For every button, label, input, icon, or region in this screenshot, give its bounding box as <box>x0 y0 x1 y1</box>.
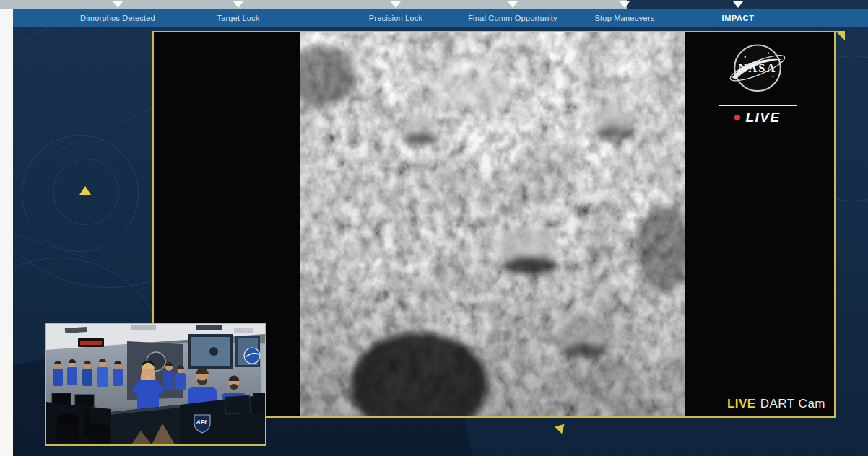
marker-triangle-icon <box>620 1 630 8</box>
live-dot-icon <box>734 115 740 120</box>
mission-milestone-bar: Dimorphos Detected Target Lock Precision… <box>0 9 868 27</box>
svg-text:APL: APL <box>196 418 209 426</box>
live-label: LIVE <box>745 110 780 126</box>
nasa-logo-icon: NASA <box>726 38 789 100</box>
nasa-live-badge: NASA LIVE <box>717 38 798 126</box>
milestone-impact: IMPACT <box>722 14 755 22</box>
svg-text:NASA: NASA <box>738 61 776 75</box>
mission-control-pip: APL <box>45 323 266 446</box>
milestone-precision-lock: Precision Lock <box>369 14 422 22</box>
stage-background: NASA LIVE LIVEDART Cam <box>0 27 868 456</box>
marker-triangle-icon <box>733 1 743 8</box>
milestone-stop-maneuvers: Stop Maneuvers <box>595 14 655 22</box>
marker-triangle-icon <box>391 1 401 8</box>
milestone-dimorphos-detected: Dimorphos Detected <box>80 14 155 22</box>
caption-camera-name: DART Cam <box>760 397 825 411</box>
lighting-overlay <box>300 32 685 416</box>
mission-progress-track <box>0 0 868 9</box>
left-pillarbox-strip <box>0 9 13 456</box>
mission-progress-fill <box>0 0 627 9</box>
yellow-triangle-icon <box>553 422 564 434</box>
badge-divider-line <box>719 105 797 106</box>
milestone-final-comm-opportunity: Final Comm Opportunity <box>468 14 557 22</box>
live-indicator: LIVE <box>717 110 798 126</box>
camera-caption: LIVEDART Cam <box>727 397 825 411</box>
asteroid-surface-image <box>300 32 685 416</box>
caption-live-label: LIVE <box>727 397 756 411</box>
marker-triangle-icon <box>508 1 518 8</box>
broadcast-screen: Dimorphos Detected Target Lock Precision… <box>0 0 868 456</box>
marker-triangle-icon <box>113 1 123 8</box>
milestone-target-lock: Target Lock <box>217 14 259 22</box>
yellow-corner-triangle-icon <box>836 31 845 40</box>
marker-triangle-icon <box>233 1 243 8</box>
yellow-triangle-icon <box>79 186 91 195</box>
